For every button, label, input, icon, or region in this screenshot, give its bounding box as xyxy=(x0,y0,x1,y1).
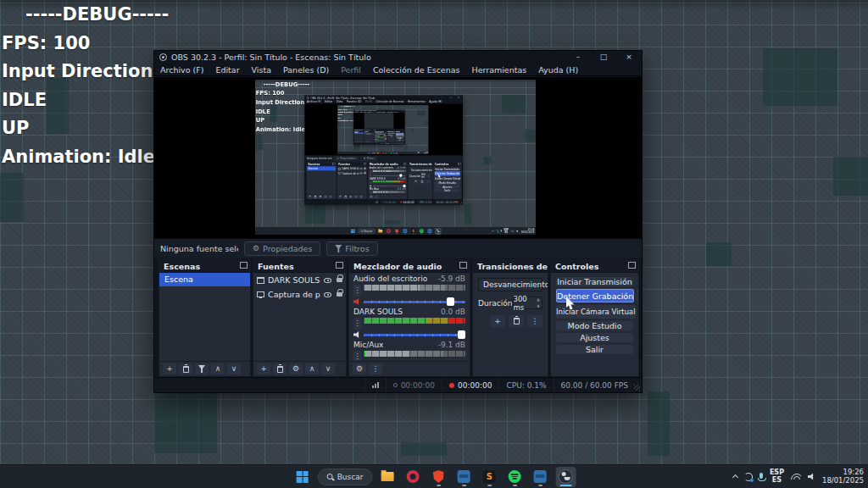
mirror-start-streaming-button: Iniciar Transmisión xyxy=(435,168,459,170)
taskbar-search[interactable]: Buscar xyxy=(318,469,373,485)
mirror-language-bottom: ES xyxy=(504,231,508,234)
mute-speaker-icon[interactable] xyxy=(353,298,361,305)
menu-vista[interactable]: Vista xyxy=(246,65,277,75)
transition-menu-button[interactable]: ⋮ xyxy=(527,315,542,327)
remove-transition-button[interactable] xyxy=(509,315,524,327)
mirror-background-tile xyxy=(405,144,408,151)
mirror-add-transition-button: + xyxy=(414,180,419,183)
mirror-game-window-icon xyxy=(338,168,341,170)
move-source-down-button[interactable]: ∨ xyxy=(321,363,335,374)
lock-icon[interactable] xyxy=(337,292,342,297)
source-properties-button[interactable]: ⚙ xyxy=(289,363,303,374)
close-button[interactable]: × xyxy=(616,51,642,64)
sync-update-icon[interactable] xyxy=(744,473,753,481)
lock-icon[interactable] xyxy=(337,278,342,282)
mirror-spinner-arrows: ∧ ∨ xyxy=(429,175,430,178)
brave-button[interactable] xyxy=(428,467,448,487)
remove-scene-button[interactable] xyxy=(179,363,192,374)
move-scene-down-button[interactable]: ∨ xyxy=(227,363,241,374)
wifi-icon[interactable] xyxy=(791,474,801,480)
menu-editar[interactable]: Editar xyxy=(209,65,245,75)
s-app-button[interactable]: S xyxy=(479,467,499,487)
remove-source-button[interactable] xyxy=(273,363,287,374)
microphone-icon[interactable] xyxy=(760,473,763,479)
settings-button[interactable]: Ajustes xyxy=(556,333,633,342)
speaker-icon[interactable] xyxy=(353,331,361,338)
menu-paneles[interactable]: Paneles (D) xyxy=(277,65,335,75)
mirror-menu-ayuda: Ayuda (H) xyxy=(427,100,444,103)
transitions-dock: Transiciones de e... Desvanecimiento ▾ D… xyxy=(472,259,548,377)
advanced-audio-button[interactable]: ⚙ xyxy=(353,363,366,374)
move-scene-up-button[interactable]: ∧ xyxy=(211,363,225,374)
menu-archivo[interactable]: Archivo (F) xyxy=(154,65,209,75)
popout-icon[interactable] xyxy=(459,263,465,269)
transition-select[interactable]: Desvanecimiento ▾ xyxy=(478,278,542,291)
spotify-button[interactable] xyxy=(504,467,525,487)
volume-icon[interactable] xyxy=(808,474,815,480)
visibility-eye-icon[interactable] xyxy=(324,278,331,283)
pause-recording-button[interactable] xyxy=(637,289,639,302)
mixer-menu-button[interactable]: ⋮ xyxy=(369,363,382,374)
add-scene-button[interactable]: + xyxy=(163,363,176,374)
channel-menu-button[interactable]: ⋮ xyxy=(353,351,361,361)
popout-icon[interactable] xyxy=(628,263,634,269)
volume-slider[interactable] xyxy=(364,297,465,306)
tray-chevron-up-icon[interactable] xyxy=(732,474,738,480)
spinner-arrows[interactable]: ∧ ∨ xyxy=(537,297,540,308)
file-explorer-button[interactable] xyxy=(377,467,398,487)
mirror-sources-toolbar: + ⚙ ∧ ∨ xyxy=(337,194,367,199)
mirror-slider-thumb xyxy=(384,135,385,136)
source-item-captura[interactable]: Captura de pantalla xyxy=(253,287,346,302)
mirror-add-scene-button: + xyxy=(308,195,312,198)
menu-ayuda[interactable]: Ayuda (H) xyxy=(532,65,584,75)
virtual-camera-settings-button[interactable]: ⚙ xyxy=(638,305,639,319)
properties-button[interactable]: ⚙ Propiedades xyxy=(244,241,320,256)
channel-menu-button[interactable]: ⋮ xyxy=(353,318,361,330)
transitions-title: Transiciones de e... xyxy=(477,262,548,271)
start-button[interactable] xyxy=(292,467,313,487)
popout-icon[interactable] xyxy=(336,263,342,269)
mirror-sources-dock: Fuentes DARK SOULS Captura de pantalla xyxy=(337,162,367,199)
channel-menu-button[interactable]: ⋮ xyxy=(353,285,361,297)
start-virtual-camera-button[interactable]: Iniciar Cámara Virtual xyxy=(556,305,636,319)
filters-button[interactable]: Filtros xyxy=(326,241,377,256)
mirror-channel-menu-button: ⋮ xyxy=(370,180,372,184)
resize-grip[interactable] xyxy=(634,385,640,391)
menu-perfil[interactable]: Perfil xyxy=(335,65,367,75)
obs-statusbar: 00:00:00 00:00:00 CPU: 0.1% 60.00 / 60.0… xyxy=(154,377,642,392)
minimize-button[interactable]: – xyxy=(565,51,591,64)
menu-coleccion-escenas[interactable]: Colección de Escenas xyxy=(367,65,466,75)
scene-filters-button[interactable] xyxy=(195,363,209,374)
mirror-pause-recording-button xyxy=(461,171,462,175)
volume-slider[interactable] xyxy=(364,330,465,339)
source-item-dark-souls[interactable]: DARK SOULS xyxy=(253,273,346,287)
obs-studio-icon xyxy=(559,469,573,484)
popout-icon[interactable] xyxy=(240,263,246,269)
audio-level-meter xyxy=(364,318,465,324)
slider-thumb[interactable] xyxy=(447,297,454,306)
add-source-button[interactable]: + xyxy=(257,363,270,374)
language-indicator[interactable]: ESP ES xyxy=(770,469,784,484)
spin-down-icon[interactable]: ∨ xyxy=(537,303,540,309)
opera-button[interactable] xyxy=(403,467,423,487)
exit-button[interactable]: Salir xyxy=(556,345,633,354)
visibility-eye-icon[interactable] xyxy=(324,292,331,297)
scene-item-escena[interactable]: Escena xyxy=(159,273,250,286)
obs-titlebar[interactable]: OBS 30.2.3 - Perfil: Sin Título - Escena… xyxy=(154,51,642,64)
add-transition-button[interactable]: + xyxy=(490,315,505,327)
taskbar-clock[interactable]: 19:26 18/01/2025 xyxy=(822,469,864,485)
obs-taskbar-button[interactable] xyxy=(555,467,576,487)
menu-herramientas[interactable]: Herramientas xyxy=(466,65,533,75)
blue-app-button[interactable] xyxy=(453,467,474,487)
slider-thumb[interactable] xyxy=(458,330,465,339)
blue-app-2-button[interactable] xyxy=(530,467,550,487)
mirror-settings-button: Ajustes xyxy=(435,186,459,188)
mirror-clock-date: 18/01/2025 xyxy=(521,231,535,234)
obs-preview[interactable]: -----DEBUG----- FPS: 100 Input Direction… xyxy=(154,77,642,238)
duration-spinner[interactable]: 300 ms ∧ ∨ xyxy=(513,297,542,309)
mirror-obs-studio-icon xyxy=(396,152,398,154)
move-source-up-button[interactable]: ∧ xyxy=(305,363,319,374)
studio-mode-button[interactable]: Modo Estudio xyxy=(556,321,633,330)
maximize-button[interactable]: □ xyxy=(591,51,616,64)
start-streaming-button[interactable]: Iniciar Transmisión xyxy=(556,277,633,286)
